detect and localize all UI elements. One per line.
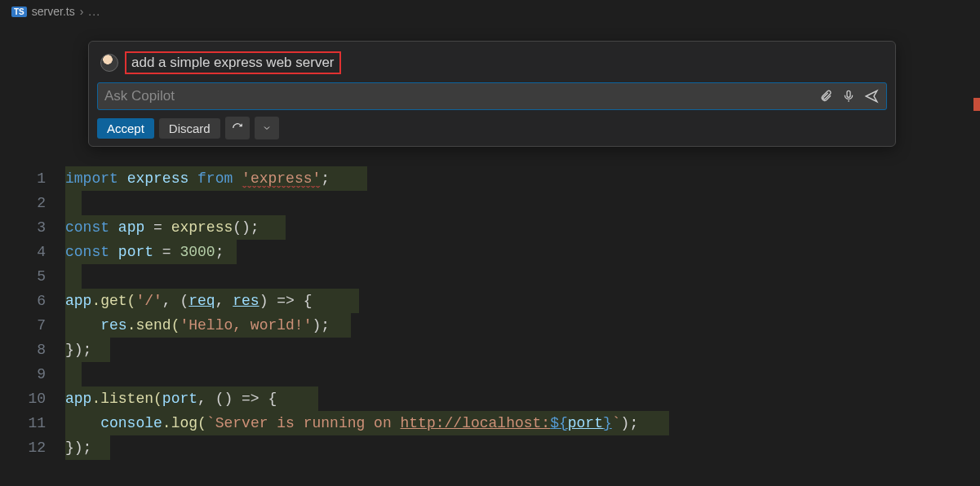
line-number: 3 xyxy=(0,215,46,240)
line-gutter: 1 2 3 4 5 6 7 8 9 10 11 12 xyxy=(0,166,65,460)
code-line[interactable]: }); xyxy=(65,435,638,460)
chevron-right-icon: › xyxy=(80,5,84,18)
code-line[interactable] xyxy=(65,191,638,215)
regenerate-button[interactable] xyxy=(225,117,250,139)
code-content[interactable]: import express from 'express'; const app… xyxy=(65,166,638,460)
line-number: 9 xyxy=(0,362,46,387)
avatar xyxy=(100,54,118,72)
code-line[interactable]: app.listen(port, () => { xyxy=(65,387,638,411)
breadcrumb-more[interactable]: ... xyxy=(88,5,100,18)
attach-icon[interactable] xyxy=(818,88,834,104)
code-line[interactable]: app.get('/', (req, res) => { xyxy=(65,289,638,313)
breadcrumb-filename[interactable]: server.ts xyxy=(32,5,75,18)
code-line[interactable]: }); xyxy=(65,338,638,362)
code-editor[interactable]: 1 2 3 4 5 6 7 8 9 10 11 12 import expres… xyxy=(0,166,638,460)
line-number: 11 xyxy=(0,411,46,435)
more-actions-button[interactable] xyxy=(255,117,279,139)
line-number: 12 xyxy=(0,435,46,460)
code-line[interactable]: console.log(`Server is running on http:/… xyxy=(65,411,638,435)
send-icon[interactable] xyxy=(863,88,880,104)
code-line[interactable]: const app = express(); xyxy=(65,215,638,240)
line-number: 7 xyxy=(0,313,46,338)
code-line[interactable]: import express from 'express'; xyxy=(65,166,638,191)
chat-input-row[interactable] xyxy=(97,82,887,110)
minimap-error-marker[interactable] xyxy=(973,98,980,111)
inline-chat-panel: add a simple express web server Accept D… xyxy=(88,41,896,147)
code-line[interactable] xyxy=(65,264,638,289)
chat-action-row: Accept Discard xyxy=(97,110,887,139)
svg-rect-0 xyxy=(847,91,850,97)
typescript-icon: TS xyxy=(11,7,27,17)
line-number: 6 xyxy=(0,289,46,313)
line-number: 8 xyxy=(0,338,46,362)
code-line[interactable] xyxy=(65,362,638,387)
breadcrumb: TS server.ts › ... xyxy=(0,0,980,23)
line-number: 2 xyxy=(0,191,46,215)
microphone-icon[interactable] xyxy=(840,88,857,104)
discard-button[interactable]: Discard xyxy=(159,118,220,139)
line-number: 10 xyxy=(0,387,46,411)
chat-input[interactable] xyxy=(104,88,811,104)
chat-prompt-row: add a simple express web server xyxy=(97,48,887,82)
accept-button[interactable]: Accept xyxy=(97,118,154,139)
code-line[interactable]: res.send('Hello, world!'); xyxy=(65,313,638,338)
code-line[interactable]: const port = 3000; xyxy=(65,240,638,264)
chat-prompt-text: add a simple express web server xyxy=(125,51,341,74)
line-number: 1 xyxy=(0,166,46,191)
line-number: 4 xyxy=(0,240,46,264)
line-number: 5 xyxy=(0,264,46,289)
